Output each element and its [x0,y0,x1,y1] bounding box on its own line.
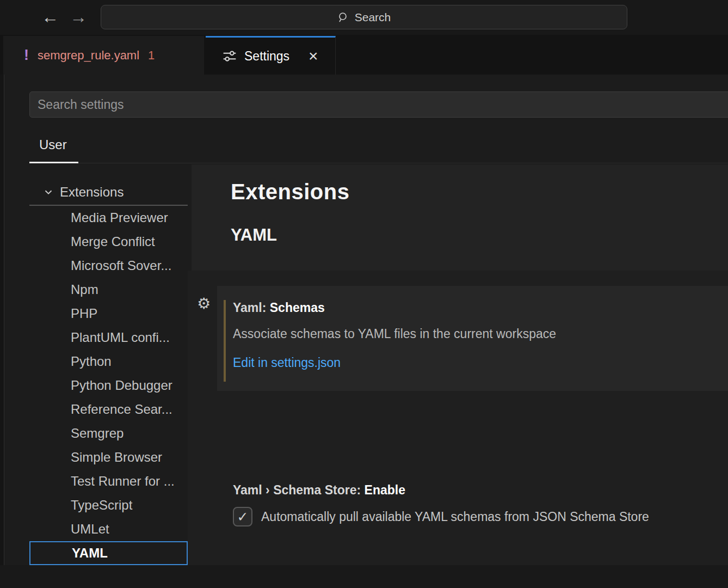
settings-list: ⚙ Yaml: Schemas Associate schemas to YAM… [188,271,728,565]
sidebar-item-test-runner[interactable]: Test Runner for ... [29,469,188,493]
setting-description: Associate schemas to YAML files in the c… [233,327,556,341]
setting-category: Yaml › Schema Store: [233,483,365,497]
sidebar-item-python[interactable]: Python [29,350,188,373]
sidebar-item-npm[interactable]: Npm [29,278,188,302]
editor-tab-strip: ! semgrep_rule.yaml 1 Settings × [0,35,728,75]
page-title: Extensions [231,180,349,204]
bottom-strip [0,565,728,588]
close-icon[interactable]: × [309,48,318,64]
tab-settings-label: Settings [244,49,289,64]
gear-icon[interactable]: ⚙ [197,296,211,311]
setting-row-yaml-schemas[interactable]: Yaml: Schemas Associate schemas to YAML … [217,286,728,391]
setting-title: Yaml: Schemas [233,301,325,315]
sidebar-item-semgrep[interactable]: Semgrep [29,421,188,445]
edit-in-settings-json-link[interactable]: Edit in settings.json [233,356,341,370]
schema-store-enable-checkbox[interactable]: ✓ [233,507,252,526]
tab-user-scope[interactable]: User [39,137,67,152]
toc-extensions-root[interactable]: Extensions [29,180,188,205]
modified-file-icon: ! [24,47,29,64]
back-arrow-icon[interactable]: ← [41,7,59,27]
settings-sliders-icon [222,48,237,64]
setting-name: Schemas [270,301,325,315]
scope-active-underline [29,162,78,163]
sidebar-item-plantuml[interactable]: PlantUML confi... [29,326,188,350]
sidebar-item-reference-search[interactable]: Reference Sear... [29,397,188,421]
title-bar: ← → Search [0,0,728,35]
chevron-down-icon [42,186,54,198]
tab-semgrep-rule-yaml[interactable]: ! semgrep_rule.yaml 1 [3,36,204,75]
sidebar-item-yaml[interactable]: YAML [29,541,188,565]
sidebar-item-microsoft-sover[interactable]: Microsoft Sover... [29,254,188,278]
modified-indicator-bar [224,300,226,382]
sidebar-item-umlet[interactable]: UMLet [29,517,188,541]
settings-toc-tree: Extensions Media Previewer Merge Conflic… [29,180,188,565]
tab-file-badge: 1 [148,48,155,63]
page-subtitle: YAML [231,225,277,245]
settings-search-input[interactable] [29,91,728,118]
window-left-rail [0,75,4,565]
tab-file-label: semgrep_rule.yaml [38,48,139,63]
vscode-window: ← → Search ! semgrep_rule.yaml 1 [0,0,728,588]
sidebar-item-merge-conflict[interactable]: Merge Conflict [29,230,188,254]
sidebar-item-media-previewer[interactable]: Media Previewer [29,206,188,230]
search-label: Search [355,11,391,24]
checkbox-label[interactable]: Automatically pull available YAML schema… [261,510,649,524]
sidebar-item-python-debugger[interactable]: Python Debugger [29,373,188,397]
setting-title: Yaml › Schema Store: Enable [233,483,405,498]
toc-root-label: Extensions [60,185,124,200]
settings-editor: User Extensions YAML Extensions Media Pr… [4,75,728,565]
sidebar-item-simple-browser[interactable]: Simple Browser [29,445,188,469]
scope-separator [29,163,728,163]
forward-arrow-icon[interactable]: → [70,7,87,27]
settings-header: Extensions YAML [192,164,728,271]
tab-settings[interactable]: Settings × [206,36,336,75]
command-center-search[interactable]: Search [101,5,627,29]
setting-category: Yaml: [233,301,270,315]
sidebar-item-php[interactable]: PHP [29,302,188,326]
search-icon [337,11,349,23]
setting-name: Enable [365,483,405,497]
sidebar-item-typescript[interactable]: TypeScript [29,493,188,517]
check-icon: ✓ [237,509,249,525]
